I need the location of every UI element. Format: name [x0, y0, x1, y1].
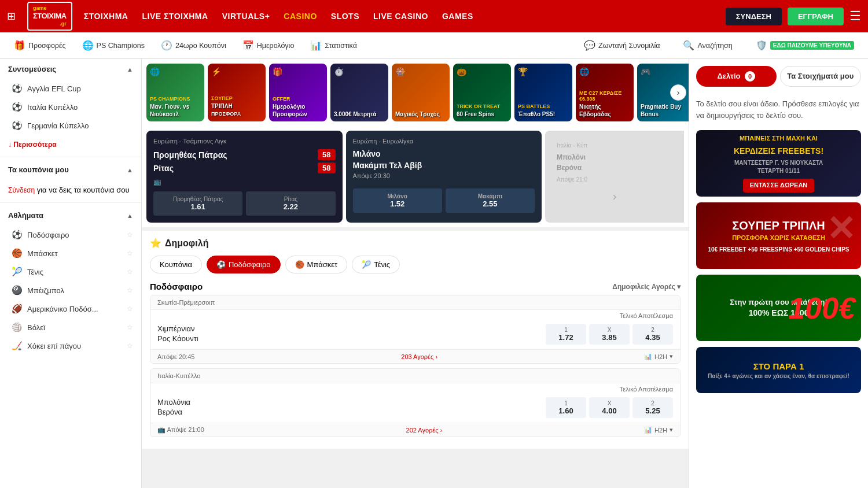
promo-banner-1[interactable]: ΣΟΥΠΕΡ ΤΡΙΠΛΗ ΠΡΟΣΦΟΡΑ ΧΩΡΙΣ ΚΑΤΑΘΕΣΗ 10… [696, 202, 861, 269]
shortcuts-header[interactable]: Συντομεύσεις ▲ [0, 59, 141, 79]
odd-cell-0-0[interactable]: 1 1.72 [546, 324, 586, 345]
match-row-0: Σκωτία-Πρέμιερσοιπ Τελικό Αποτέλεσμα Χιμ… [150, 295, 681, 364]
odd-cell-0-1[interactable]: Χ 3.85 [589, 324, 630, 345]
sidebar-item-american-football[interactable]: 🏈 Αμερικάνικο Ποδόσ... ☆ [0, 300, 141, 318]
my-coupons-header[interactable]: Τα κουπόνια μου ▲ [0, 160, 141, 180]
banner-icon-6: 🏆 [518, 67, 528, 76]
tab-basketball-label: Μπάσκετ [307, 260, 338, 269]
calendar-icon: 📅 [242, 40, 254, 51]
h2h-btn-1[interactable]: 📊 H2H ▾ [644, 426, 673, 434]
hamburger-icon[interactable]: ☰ [849, 9, 861, 24]
banner-badge-0: PS CHAMPIONS [150, 96, 201, 102]
h2h-btn-0[interactable]: 📊 H2H ▾ [644, 353, 673, 360]
odd-cell-1-1-value: 4.00 [602, 406, 616, 415]
promo-banner-3[interactable]: ΣΤΟ ΠΑΡΑ 1 Παίξε 4+ αγώνες και αν χάσεις… [696, 347, 861, 393]
banner-icon-1: ⚡ [211, 67, 221, 76]
right-panel: Δελτίο 0 Τα Στοιχήματά μου Το δελτίο σου… [689, 59, 868, 488]
match-league-1: Ευρώπη - Ευρωλίγκα [353, 138, 535, 145]
banner-ps-champions[interactable]: 🌐 PS CHAMPIONS Μαν. Γιουν. vs Νιούκαστλ [146, 64, 204, 121]
nav-stoixima[interactable]: ΣΤΟΙΧΗΜΑ [84, 12, 128, 21]
sidebar-item-volleyball[interactable]: 🏐 Βόλεϊ ☆ [0, 318, 141, 337]
tab-tennis[interactable]: 🎾 Τένις [352, 256, 400, 273]
nav-casino[interactable]: CASINO [284, 12, 317, 21]
promo-banner-0[interactable]: ΜΠΑΙΝΕΙΣ ΣΤΗ ΜΑΧΗ ΚΑΙ ΚΕΡΔΙΖΕΙΣ FREEBETS… [696, 130, 861, 197]
sidebar-item-basketball[interactable]: 🏀 Μπάσκετ ☆ [0, 244, 141, 263]
stats-icon: 📊 [310, 40, 322, 51]
banner-freespins[interactable]: 🎃 TRICK OR TREAT 60 Free Spins [453, 64, 511, 121]
sports-header[interactable]: Αθλήματα ▲ [0, 205, 141, 225]
nav-responsible[interactable]: 🛡️ ΕΔΩ ΠΑΙΖΟΥΜΕ ΥΠΕΥΘΥΝΑ [749, 36, 861, 54]
banner-triple[interactable]: ⚡ ΣΟΥΠΕΡ ΤΡΙΠΛΗΠΡΟΣΦΟΡΑ [208, 64, 266, 121]
promo-text-0: ΜΠΑΙΝΕΙΣ ΣΤΗ ΜΑΧΗ ΚΑΙ ΚΕΡΔΙΖΕΙΣ FREEBETS… [734, 134, 823, 192]
coupons-signin-link[interactable]: Σύνδεση [8, 186, 35, 194]
tab-soccer-label: Ποδόσφαιρο [229, 260, 271, 269]
sidebar-item-germany[interactable]: ⚽ Γερμανία Κύπελλο [0, 116, 141, 135]
nav-prosfores[interactable]: 🎁 Προσφορές [7, 36, 73, 54]
banner-offer[interactable]: 🎁 OFFER Ημερολόγιο Προσφορών [269, 64, 327, 121]
odd-value-0-1: 1.61 [156, 202, 240, 211]
nav-games[interactable]: GAMES [442, 12, 473, 21]
sidebar-item-efl[interactable]: ⚽ Αγγλία EFL Cup [0, 79, 141, 98]
banner-cash[interactable]: ⏱️ 3.000€ Μετρητά [330, 64, 388, 121]
nav-calendar[interactable]: 📅 Ημερολόγιο [236, 36, 301, 54]
odd-cell-0-2[interactable]: 2 4.35 [632, 324, 673, 345]
tab-soccer[interactable]: ⚽ Ποδόσφαιρο [207, 256, 281, 273]
sidebar-item-baseball[interactable]: 🎱 Μπέιζμπολ ☆ [0, 281, 141, 300]
nav-live-stoixima[interactable]: LIVE ΣΤΟΙΧΗΜΑ [142, 12, 208, 21]
odd-btn-0-2[interactable]: Ρίτας 2.22 [246, 191, 335, 216]
my-bets-label: Τα Στοιχήματά μου [787, 72, 854, 80]
baseball-icon: 🎱 [12, 285, 23, 295]
syndeseo-button[interactable]: ΣΥΝΔΕΣΗ [726, 8, 782, 25]
logo[interactable]: game ΣΤΟΙΧΙΜΑ .gr [27, 2, 72, 30]
odd-cell-1-0[interactable]: 1 1.60 [546, 397, 586, 418]
match-0-markets[interactable]: 203 Αγορές › [401, 353, 437, 360]
grid-icon[interactable]: ⊞ [7, 10, 16, 23]
responsible-badge: ΕΔΩ ΠΑΙΖΟΥΜΕ ΥΠΕΥΘΥΝΑ [770, 41, 854, 50]
secondary-nav: 🎁 Προσφορές 🌐 PS Champions 🕐 24ωρο Κουπό… [0, 32, 868, 59]
banner-ps5[interactable]: 🏆 PS BATTLES Έπαθλο PS5! [514, 64, 572, 121]
odd-btn-0-1[interactable]: Προμηθέας Πάτρας 1.61 [153, 191, 242, 216]
sidebar-item-soccer[interactable]: ⚽ Ποδόσφαιρο ☆ [0, 225, 141, 244]
odd-cell-1-2[interactable]: 2 5.25 [632, 397, 673, 418]
match-team-row-0b: Ρίτας 58 [153, 162, 336, 173]
more-header[interactable]: ↓ Περισσότερα [0, 135, 141, 154]
sidebar-item-tennis[interactable]: 🎾 Τένις ☆ [0, 263, 141, 281]
nav-virtuals[interactable]: VIRTUALS+ [222, 12, 270, 21]
nav-slots[interactable]: SLOTS [331, 12, 359, 21]
odd-btn-1-1[interactable]: Μιλάνο 1.52 [353, 188, 442, 213]
nav-live-casino[interactable]: LIVE CASINO [373, 12, 428, 21]
betslip-empty-text: Το δελτίο σου είναι άδειο. Πρόσθεσε επιλ… [696, 95, 861, 130]
nav-chat[interactable]: 💬 Ζωντανή Συνομιλία [577, 36, 667, 54]
match-row-1-footer: 📺 Απόψε 21:00 202 Αγορές › 📊 H2H ▾ [150, 423, 680, 437]
coupons-section: Σύνδεση για να δεις τα κουπόνια σου [0, 180, 141, 200]
sidebar-item-hockey[interactable]: 🏒 Χόκει επί πάγου ☆ [0, 337, 141, 355]
banner-winner[interactable]: 🌐 ME C27 ΚΕΡΔΙΣΕ €6.308 Νικητής Εβδομάδα… [576, 64, 634, 121]
star-icon-basketball: ☆ [127, 249, 133, 257]
promo-sub-3: Παίξε 4+ αγώνες και αν χάσεις έναν, θα ε… [708, 372, 849, 380]
promo-cta-0[interactable]: ΕΝΤΑΣΣΕ ΔΩΡΕΑΝ [743, 179, 815, 192]
popular-markets-dropdown[interactable]: Δημοφιλείς Αγορές ▾ [612, 283, 681, 291]
nav-24koupon[interactable]: 🕐 24ωρο Κουπόνι [154, 36, 233, 54]
promo-banner-2[interactable]: Στην πρώτη σου κατάθεση! 100% ΕΩΣ 100€ 1… [696, 275, 861, 341]
tab-coupons[interactable]: Κουπόνια [150, 256, 202, 273]
nav-search[interactable]: 🔍 Αναζήτηση [676, 36, 739, 54]
main-layout: Συντομεύσεις ▲ ⚽ Αγγλία EFL Cup ⚽ Ιταλία… [0, 59, 868, 488]
tab-my-bets[interactable]: Τα Στοιχήματά μου [780, 66, 862, 87]
match-card-2-arrow[interactable]: › [552, 185, 677, 208]
banner-wheel[interactable]: 🎡 Μαγικός Τροχός [392, 64, 450, 121]
tab-tennis-icon: 🎾 [362, 260, 371, 269]
tab-basketball[interactable]: 🏀 Μπάσκετ [285, 256, 348, 273]
sidebar-item-italy[interactable]: ⚽ Ιταλία Κυπέλλο [0, 98, 141, 116]
eggrafh-button[interactable]: ΕΓΓΡΑΦΗ [788, 8, 844, 25]
match-1-markets[interactable]: 202 Αγορές › [406, 427, 443, 434]
odds-group-1: 1 1.60 Χ 4.00 2 5.25 [546, 397, 673, 418]
nav-stats[interactable]: 📊 Στατιστικά [303, 36, 364, 54]
odd-btn-1-2[interactable]: Μακάμπι 2.55 [446, 188, 535, 213]
nav-right: ΣΥΝΔΕΣΗ ΕΓΓΡΑΦΗ ☰ [726, 8, 861, 25]
nav-ps-champions[interactable]: 🌐 PS Champions [75, 36, 152, 54]
match-league-0: Ευρώπη - Τσάμπιονς Λιγκ [153, 138, 336, 145]
tab-betslip[interactable]: Δελτίο 0 [696, 66, 777, 87]
carousel-next-arrow[interactable]: › [670, 84, 686, 101]
h2h-label-1: H2H [654, 427, 667, 434]
odd-cell-1-1[interactable]: Χ 4.00 [589, 397, 630, 418]
